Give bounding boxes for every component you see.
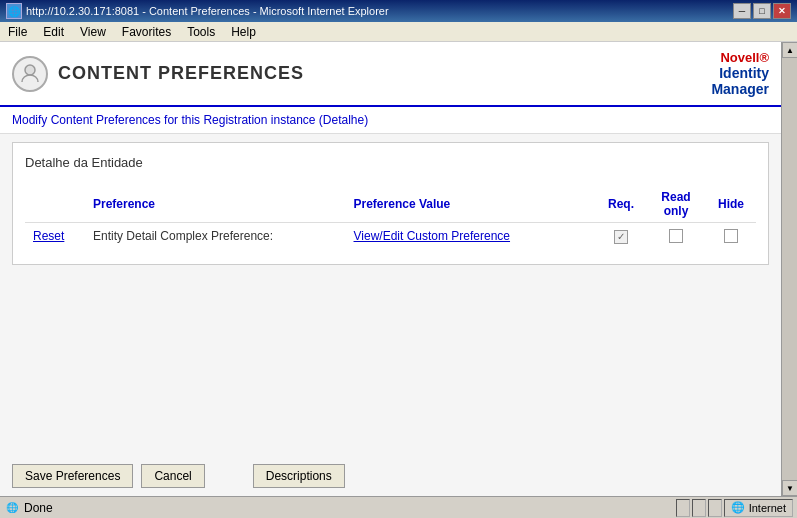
identity-label: Identity bbox=[711, 65, 769, 81]
scroll-down-button[interactable]: ▼ bbox=[782, 480, 797, 496]
preferences-table: Preference Preference Value Req. Read on… bbox=[25, 186, 756, 252]
panel-title: Detalhe da Entidade bbox=[25, 155, 756, 170]
status-bar: 🌐 Done 🌐 Internet bbox=[0, 496, 797, 518]
descriptions-button[interactable]: Descriptions bbox=[253, 464, 345, 488]
title-bar: 🌐 http://10.2.30.171:8081 - Content Pref… bbox=[0, 0, 797, 22]
hide-checkbox[interactable] bbox=[724, 229, 738, 243]
novell-label: Novell® bbox=[711, 50, 769, 65]
svg-point-0 bbox=[25, 65, 35, 75]
page-icon bbox=[12, 56, 48, 92]
breadcrumb: Modify Content Preferences for this Regi… bbox=[0, 107, 781, 134]
novell-logo: Novell® Identity Manager bbox=[711, 50, 769, 97]
cancel-button[interactable]: Cancel bbox=[141, 464, 204, 488]
window-title: http://10.2.30.171:8081 - Content Prefer… bbox=[26, 5, 389, 17]
status-panels: 🌐 Internet bbox=[676, 499, 793, 517]
close-button[interactable]: ✕ bbox=[773, 3, 791, 19]
readonly-checkbox[interactable] bbox=[669, 229, 683, 243]
col-value: Preference Value bbox=[346, 186, 575, 223]
status-text: Done bbox=[24, 501, 53, 515]
status-panel-1 bbox=[676, 499, 690, 517]
col-readonly: Read only bbox=[646, 186, 706, 223]
internet-label: Internet bbox=[749, 502, 786, 514]
window-controls[interactable]: ─ □ ✕ bbox=[733, 3, 791, 19]
content-area: Detalhe da Entidade Preference Preferenc… bbox=[0, 134, 781, 456]
status-internet-panel: 🌐 Internet bbox=[724, 499, 793, 517]
page-header-left: CONTENT PREFERENCES bbox=[12, 56, 304, 92]
internet-icon: 🌐 bbox=[731, 501, 745, 514]
breadcrumb-text: Modify Content Preferences for this Regi… bbox=[12, 113, 368, 127]
menu-help[interactable]: Help bbox=[227, 24, 260, 40]
hide-cell bbox=[706, 223, 756, 253]
status-panel-3 bbox=[708, 499, 722, 517]
table-row: Reset Entity Detail Complex Preference: … bbox=[25, 223, 756, 253]
restore-button[interactable]: □ bbox=[753, 3, 771, 19]
title-bar-left: 🌐 http://10.2.30.171:8081 - Content Pref… bbox=[6, 3, 389, 19]
manager-label: Manager bbox=[711, 81, 769, 97]
browser-icon: 🌐 bbox=[6, 3, 22, 19]
menu-tools[interactable]: Tools bbox=[183, 24, 219, 40]
status-panel-2 bbox=[692, 499, 706, 517]
req-cell: ✓ bbox=[596, 223, 646, 253]
reset-link[interactable]: Reset bbox=[33, 229, 64, 243]
scroll-track[interactable] bbox=[782, 58, 797, 480]
col-spacer bbox=[575, 186, 596, 223]
menu-edit[interactable]: Edit bbox=[39, 24, 68, 40]
menu-bar: File Edit View Favorites Tools Help bbox=[0, 22, 797, 42]
page-header: CONTENT PREFERENCES Novell® Identity Man… bbox=[0, 42, 781, 107]
view-edit-link[interactable]: View/Edit Custom Preference bbox=[354, 229, 511, 243]
req-checkbox[interactable]: ✓ bbox=[614, 230, 628, 244]
button-row: Save Preferences Cancel Descriptions bbox=[0, 456, 781, 496]
menu-file[interactable]: File bbox=[4, 24, 31, 40]
minimize-button[interactable]: ─ bbox=[733, 3, 751, 19]
main-content: CONTENT PREFERENCES Novell® Identity Man… bbox=[0, 42, 781, 496]
preference-name: Entity Detail Complex Preference: bbox=[93, 229, 273, 243]
col-preference: Preference bbox=[85, 186, 346, 223]
readonly-cell bbox=[646, 223, 706, 253]
preferences-panel: Detalhe da Entidade Preference Preferenc… bbox=[12, 142, 769, 265]
page-title: CONTENT PREFERENCES bbox=[58, 63, 304, 84]
save-preferences-button[interactable]: Save Preferences bbox=[12, 464, 133, 488]
col-hide: Hide bbox=[706, 186, 756, 223]
col-req: Req. bbox=[596, 186, 646, 223]
browser-body: CONTENT PREFERENCES Novell® Identity Man… bbox=[0, 42, 797, 496]
scroll-up-button[interactable]: ▲ bbox=[782, 42, 797, 58]
scrollbar-right[interactable]: ▲ ▼ bbox=[781, 42, 797, 496]
status-icon: 🌐 bbox=[4, 500, 20, 516]
col-empty bbox=[25, 186, 85, 223]
menu-favorites[interactable]: Favorites bbox=[118, 24, 175, 40]
menu-view[interactable]: View bbox=[76, 24, 110, 40]
